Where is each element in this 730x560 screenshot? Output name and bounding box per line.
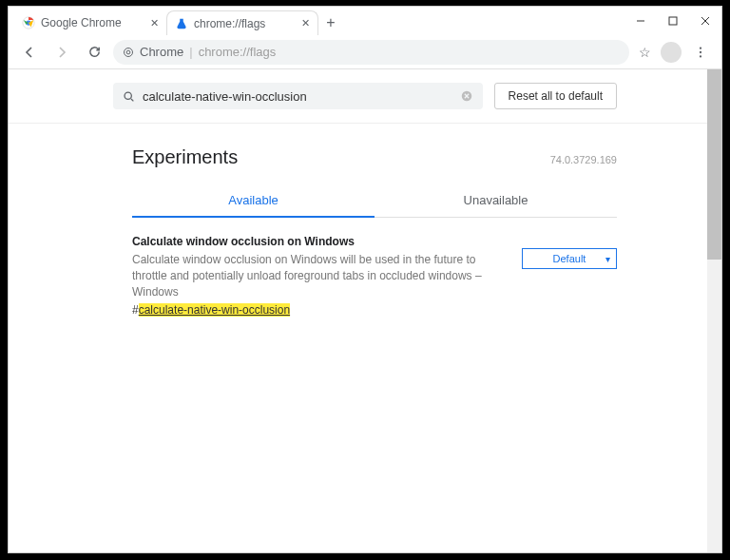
close-window-button[interactable]: [689, 7, 721, 35]
reload-button[interactable]: [81, 39, 107, 66]
tab-flags[interactable]: chrome://flags ✕: [166, 10, 318, 35]
tab-unavailable[interactable]: Unavailable: [375, 183, 617, 217]
flag-title: Calculate window occlusion on Windows: [132, 235, 505, 248]
scrollbar[interactable]: [707, 69, 721, 552]
tab-google-chrome[interactable]: Google Chrome ✕: [14, 10, 166, 35]
tab-title: chrome://flags: [194, 17, 265, 30]
flag-item: Calculate window occlusion on Windows Ca…: [132, 218, 617, 317]
flag-description: Calculate window occlusion on Windows wi…: [132, 252, 505, 299]
svg-rect-3: [669, 17, 677, 25]
profile-avatar[interactable]: [661, 42, 682, 63]
flag-dropdown[interactable]: Default: [522, 248, 617, 269]
back-button[interactable]: [16, 39, 43, 66]
tab-title: Google Chrome: [41, 16, 122, 29]
menu-button[interactable]: [687, 39, 714, 66]
chrome-version: 74.0.3729.169: [550, 154, 617, 165]
toolbar: Chrome | chrome://flags ☆: [9, 35, 721, 69]
omnibox-separator: |: [189, 45, 192, 59]
flask-favicon: [175, 17, 188, 30]
address-bar[interactable]: Chrome | chrome://flags: [113, 40, 629, 65]
svg-point-7: [126, 50, 130, 54]
search-value: calculate-native-win-occlusion: [143, 89, 307, 104]
flag-anchor[interactable]: #calculate-native-win-occlusion: [132, 303, 505, 317]
svg-point-11: [125, 92, 131, 99]
flags-search-row: calculate-native-win-occlusion Reset all…: [9, 69, 721, 124]
omnibox-scheme: Chrome: [140, 45, 183, 59]
reset-all-button[interactable]: Reset all to default: [494, 83, 617, 109]
search-icon: [123, 90, 135, 103]
tab-available[interactable]: Available: [132, 183, 375, 217]
svg-line-12: [131, 98, 133, 100]
minimize-button[interactable]: [624, 7, 657, 35]
new-tab-button[interactable]: +: [318, 10, 343, 35]
page-title: Experiments: [132, 146, 238, 168]
forward-button[interactable]: [48, 39, 75, 66]
bookmark-star-icon[interactable]: ☆: [639, 45, 651, 60]
tab-strip: Google Chrome ✕ chrome://flags ✕ +: [9, 7, 343, 35]
omnibox-url: chrome://flags: [199, 45, 277, 59]
flags-search-input[interactable]: calculate-native-win-occlusion: [113, 83, 483, 109]
close-icon[interactable]: ✕: [150, 17, 159, 29]
chrome-favicon: [22, 16, 35, 29]
svg-point-8: [700, 47, 701, 48]
close-icon[interactable]: ✕: [301, 17, 310, 29]
svg-point-9: [700, 50, 701, 52]
chrome-scheme-icon: [123, 47, 134, 58]
svg-point-6: [125, 48, 133, 56]
scrollbar-thumb[interactable]: [707, 69, 721, 260]
experiments-tabs: Available Unavailable: [132, 183, 617, 218]
svg-point-10: [700, 55, 701, 57]
clear-search-icon[interactable]: [460, 89, 473, 103]
maximize-button[interactable]: [657, 7, 689, 35]
